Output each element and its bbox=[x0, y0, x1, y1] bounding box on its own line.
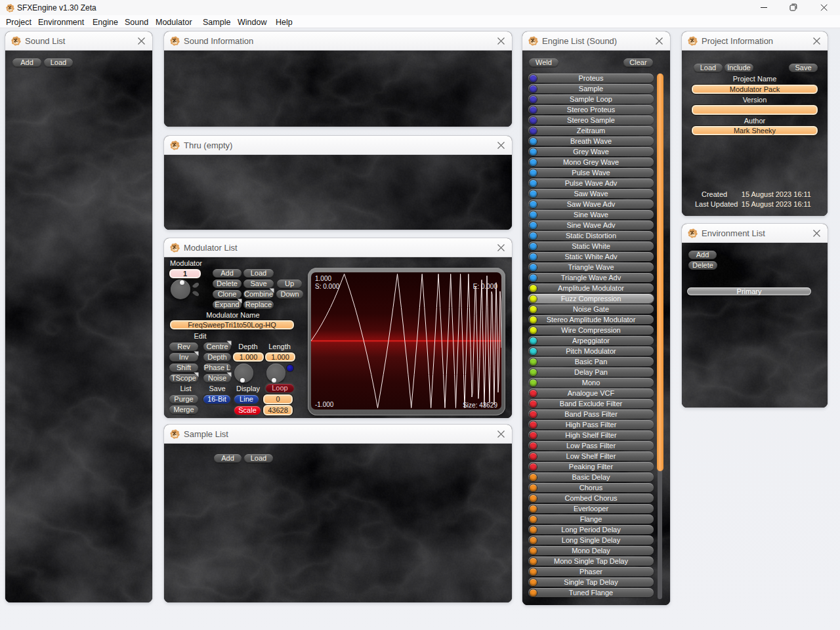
svg-text:-1.000: -1.000 bbox=[315, 401, 334, 408]
svg-text:Size: 43629: Size: 43629 bbox=[463, 402, 497, 409]
svg-text:1.000: 1.000 bbox=[315, 275, 331, 282]
svg-text:S: 0.000: S: 0.000 bbox=[315, 283, 340, 290]
svg-text:E: 0.000: E: 0.000 bbox=[473, 283, 498, 290]
